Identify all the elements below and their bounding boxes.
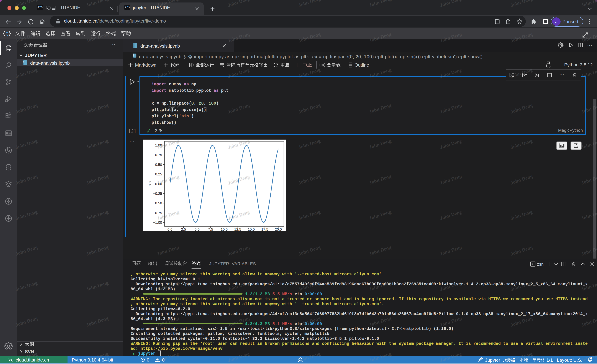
svg-text:−0.50: −0.50 (153, 201, 162, 205)
svg-text:5.0: 5.0 (195, 227, 200, 231)
svg-text:0.50: 0.50 (155, 163, 162, 167)
svg-text:0.25: 0.25 (155, 172, 162, 176)
svg-text:−1.00: −1.00 (153, 221, 162, 225)
svg-text:12.5: 12.5 (234, 227, 241, 231)
svg-text:sin: sin (148, 181, 152, 186)
svg-text:John Deng: John Deng (227, 209, 251, 222)
svg-text:−0.75: −0.75 (153, 211, 162, 215)
svg-text:20.0: 20.0 (275, 227, 282, 231)
svg-text:2.5: 2.5 (181, 227, 186, 231)
svg-text:John Deng: John Deng (227, 174, 251, 186)
svg-text:−0.25: −0.25 (153, 192, 162, 195)
svg-text:0.0: 0.0 (168, 227, 173, 231)
svg-text:0.75: 0.75 (155, 153, 162, 157)
svg-text:17.5: 17.5 (261, 227, 268, 231)
svg-text:10.0: 10.0 (221, 227, 228, 231)
svg-text:15.0: 15.0 (248, 227, 255, 231)
svg-text:7.5: 7.5 (208, 227, 213, 231)
